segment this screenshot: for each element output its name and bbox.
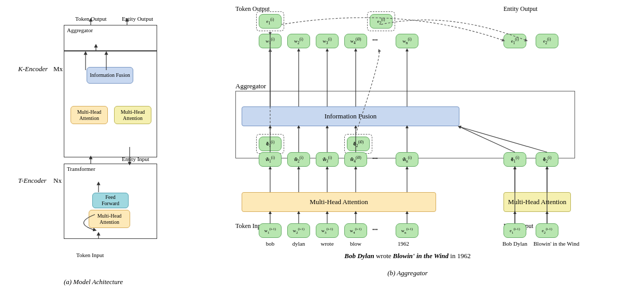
entity-input-label-left: Entity Input: [122, 156, 149, 162]
t-encoder-box: Transformer Feed Forward Multi-Head Atte…: [64, 164, 157, 239]
word-dylan: dylan: [287, 240, 310, 247]
feed-forward-node: Feed Forward: [92, 193, 129, 208]
w3-input-node: w3(i-1): [316, 223, 339, 238]
e1-tilde-right: ẽ1(i): [503, 152, 526, 167]
w2-output-node: w2(i): [287, 34, 310, 48]
e1-output-right: e1(i): [503, 34, 526, 48]
year-text: in 1962: [450, 252, 470, 260]
e1-tilde-mid: ẽ1(i): [259, 137, 282, 151]
wn-input-node: wn(i-1): [396, 223, 418, 238]
mha-transformer-node: Multi-Head Attention: [89, 210, 130, 228]
t-encoder-nx: Nx: [53, 177, 62, 185]
w1-output-node: w1(i): [259, 34, 282, 48]
entity-output-label-left: Entity Output: [122, 16, 153, 22]
dots-output: ···: [372, 36, 378, 45]
info-fusion-large: Information Fusion: [242, 106, 459, 126]
e2-input-node: e2(i-1): [536, 223, 558, 238]
mha-entity-large: Multi-Head Attention: [503, 192, 571, 212]
transformer-title: Transformer: [67, 166, 95, 172]
w4-input-node: w4(i-1): [344, 223, 367, 238]
e1-input-node: e1(i-1): [503, 223, 526, 238]
w1-tilde-mid: w̃1(i): [259, 152, 282, 167]
w3-tilde-mid: w̃3(i): [316, 152, 339, 167]
info-fusion-node-left: Information Fusion: [87, 67, 133, 84]
e2-output-right: e2(i): [536, 34, 558, 48]
arch-diagram: Token Output Entity Output K-Encoder Mx …: [18, 16, 169, 270]
word-blowin: Blowin' in the Wind: [528, 240, 585, 247]
entity2-top-node: e2(i): [370, 14, 393, 29]
word-bob: bob: [259, 240, 282, 247]
mha-token-large: Multi-Head Attention: [242, 192, 436, 212]
entity1-top-node: e1(i): [259, 14, 282, 29]
w2-input-node: w2(i-1): [287, 223, 310, 238]
w4-tilde-mid: w̃4(i0): [344, 152, 367, 167]
aggregator-diagram: Token Output Entity Output e1(i) e2(i) w…: [221, 5, 594, 280]
e2-tilde-right: ẽ2(i): [536, 152, 558, 167]
k-encoder-box: Information Fusion Multi-Head Attention …: [64, 51, 157, 157]
word-blow: blow: [344, 240, 367, 247]
t-encoder-label: T-Encoder: [18, 177, 47, 185]
token-output-label-left: Token Output: [75, 16, 107, 22]
w1-input-node: w1(i-1): [259, 223, 282, 238]
k-encoder-label: K-Encoder: [18, 65, 48, 73]
w4-output-node: w4(i0): [344, 34, 367, 48]
aggregator-title: Aggregator: [67, 27, 93, 33]
main-container: Token Output Entity Output K-Encoder Mx …: [0, 0, 644, 295]
bob-dylan-text: Bob Dylan: [344, 252, 374, 260]
blowin-text: Blowin' in the Wind: [393, 252, 449, 260]
w2-tilde-mid: w̃2(i): [287, 152, 310, 167]
aggregator-outer-box: Aggregator: [64, 25, 157, 51]
wrote-text: wrote: [376, 252, 393, 260]
dots-tilde: ···: [372, 155, 378, 163]
aggregator-label-right: Aggregator: [235, 82, 266, 90]
wn-output-node: wn(i): [396, 34, 418, 48]
token-input-label-left: Token Input: [76, 252, 104, 258]
left-panel: Token Output Entity Output K-Encoder Mx …: [10, 5, 176, 270]
k-encoder-mx: Mx: [53, 65, 63, 73]
wn-tilde-mid: w̃n(i): [396, 152, 418, 167]
right-panel: Token Output Entity Output e1(i) e2(i) w…: [181, 5, 634, 290]
word-1962: 1962: [392, 240, 415, 247]
word-wrote: wrote: [316, 240, 339, 247]
mha-left-node: Multi-Head Attention: [71, 106, 108, 124]
dots-input: ···: [372, 226, 378, 234]
w3-output-node: w3(i): [316, 34, 339, 48]
e2-tilde-mid: ẽ2(i0): [347, 137, 370, 151]
caption-b: (b) Aggregator: [387, 269, 428, 280]
mha-right-node: Multi-Head Attention: [114, 106, 151, 124]
entity-output-right: Entity Output: [503, 5, 538, 13]
